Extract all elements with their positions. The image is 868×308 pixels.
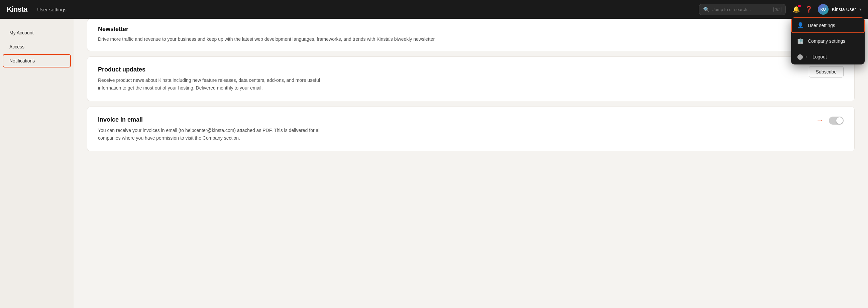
help-button[interactable]: ❓ (805, 6, 812, 13)
sidebar-item-my-account[interactable]: My Account (3, 26, 71, 39)
user-menu-button[interactable]: KU Kinsta User ▾ (818, 4, 861, 15)
dropdown-label-company-settings: Company settings (808, 38, 845, 44)
dropdown-item-logout[interactable]: ⬤→ Logout (791, 49, 865, 65)
product-updates-title: Product updates (98, 66, 326, 73)
invoice-email-description: You can receive your invoices in email (… (98, 127, 326, 142)
product-updates-action: Subscribe (809, 66, 844, 77)
toggle-knob (836, 117, 843, 124)
topnav-icons: 🔔 ❓ KU Kinsta User ▾ (793, 4, 861, 15)
arrow-indicator-icon: → (816, 116, 824, 125)
search-bar[interactable]: 🔍 ⌘/ (699, 4, 786, 15)
building-icon: 🏢 (797, 38, 804, 44)
dropdown-item-user-settings[interactable]: 👤 User settings (791, 18, 865, 33)
notifications-bell-button[interactable]: 🔔 (793, 6, 800, 13)
invoice-email-action: → (816, 116, 844, 125)
subscribe-button[interactable]: Subscribe (809, 66, 844, 77)
search-input[interactable] (713, 7, 771, 12)
sidebar-item-access[interactable]: Access (3, 40, 71, 54)
newsletter-description: Drive more traffic and revenue to your b… (98, 35, 844, 43)
user-dropdown-menu: 👤 User settings 🏢 Company settings ⬤→ Lo… (791, 18, 865, 65)
logout-icon: ⬤→ (797, 54, 808, 60)
product-updates-content: Product updates Receive product news abo… (98, 66, 326, 92)
avatar: KU (818, 4, 829, 15)
dropdown-label-logout: Logout (812, 54, 827, 60)
invoice-email-toggle[interactable] (829, 116, 844, 125)
notification-dot (798, 5, 801, 7)
invoice-email-section: Invoice in email You can receive your in… (87, 107, 855, 151)
main-layout: My Account Access Notifications Newslett… (0, 19, 868, 308)
toggle-container: → (816, 116, 844, 125)
user-icon: 👤 (797, 22, 804, 28)
sidebar-item-notifications[interactable]: Notifications (3, 54, 71, 67)
dropdown-label-user-settings: User settings (808, 23, 835, 28)
logo: Kinsta (7, 5, 27, 14)
page-title: User settings (37, 7, 699, 12)
product-updates-description: Receive product news about Kinsta includ… (98, 76, 326, 92)
dropdown-item-company-settings[interactable]: 🏢 Company settings (791, 33, 865, 49)
search-icon: 🔍 (703, 6, 710, 13)
invoice-email-title: Invoice in email (98, 116, 326, 123)
newsletter-section: Newsletter Drive more traffic and revenu… (87, 19, 855, 51)
product-updates-section: Product updates Receive product news abo… (87, 57, 855, 101)
topnav: Kinsta User settings 🔍 ⌘/ 🔔 ❓ KU Kinsta … (0, 0, 868, 19)
invoice-email-content: Invoice in email You can receive your in… (98, 116, 326, 142)
search-shortcut: ⌘/ (773, 7, 781, 12)
chevron-down-icon: ▾ (859, 7, 861, 12)
sidebar: My Account Access Notifications (0, 19, 73, 308)
main-content: Newsletter Drive more traffic and revenu… (73, 19, 868, 308)
user-name: Kinsta User (832, 7, 856, 12)
newsletter-title: Newsletter (98, 26, 844, 33)
